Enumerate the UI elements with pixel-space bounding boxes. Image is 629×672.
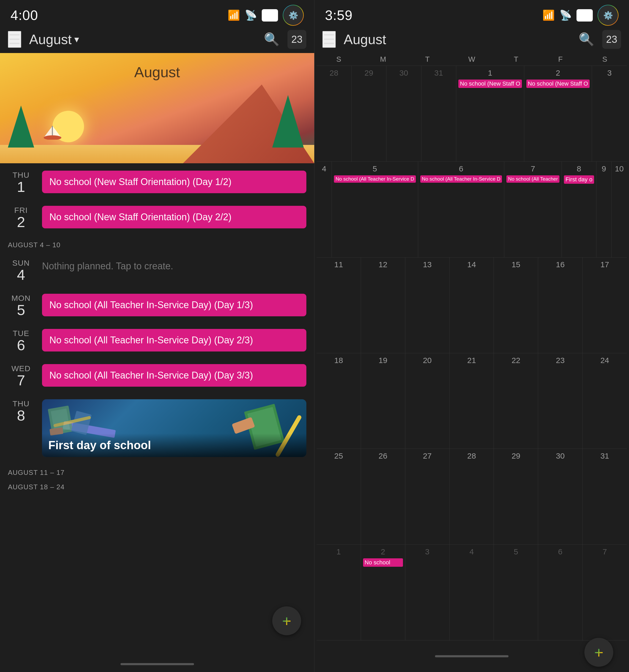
app-icon-inner: ⚙️ [283, 5, 303, 25]
cal-event-aug7: No school (All Teacher [506, 175, 559, 183]
cal-cell-sep1[interactable]: 1 [317, 545, 361, 640]
cal-cell-31[interactable]: 31 [421, 66, 456, 162]
event-image-title: First day of school [48, 439, 151, 452]
cal-cell-aug28[interactable]: 28 [450, 449, 494, 545]
cal-cell-aug27[interactable]: 27 [405, 449, 450, 545]
weekday-sun: S [317, 55, 361, 64]
right-fab-plus-icon: + [594, 643, 603, 662]
menu-button[interactable]: ☰ [8, 31, 21, 48]
cal-cell-aug6[interactable]: 6 No school (All Teacher In-Service D [418, 162, 505, 257]
cal-cell-sep7[interactable]: 7 [583, 545, 627, 640]
cal-cell-aug10[interactable]: 10 [612, 162, 627, 257]
cal-cell-aug30[interactable]: 30 [538, 449, 583, 545]
cal-cell-aug1[interactable]: 1 No school (New Staff O [456, 66, 524, 162]
battery-badge: 97 [262, 9, 278, 22]
weekday-thu: T [494, 55, 538, 64]
event-first-day-school[interactable]: First day of school [42, 399, 306, 457]
cal-cell-aug17[interactable]: 17 [583, 258, 627, 353]
cal-cell-aug7[interactable]: 7 No school (All Teacher [504, 162, 562, 257]
nothing-planned-4[interactable]: Nothing planned. Tap to create. [42, 259, 306, 274]
cal-cell-sep2[interactable]: 2 No school [361, 545, 405, 640]
cal-cell-aug20[interactable]: 20 [405, 353, 450, 449]
cal-cell-aug22[interactable]: 22 [494, 353, 538, 449]
day-events-5: No school (All Teacher In-Service Day) (… [42, 293, 306, 316]
cal-cell-aug19[interactable]: 19 [361, 353, 405, 449]
right-status-bar: 3:59 📶 📡 97 ⚙️ [314, 0, 629, 28]
signal-icon: 📶 [227, 9, 240, 21]
event-no-school-6[interactable]: No school (All Teacher In-Service Day) (… [42, 329, 306, 352]
day-events-4: Nothing planned. Tap to create. [42, 258, 306, 274]
cal-week-5: 25 26 27 28 29 30 31 [317, 449, 627, 545]
cal-event-aug5: No school (All Teacher In-Service D [334, 175, 416, 183]
week-sep-label-3: AUGUST 18 – 24 [8, 483, 65, 491]
right-fab-button[interactable]: + [584, 638, 613, 667]
right-status-icons: 📶 📡 97 ⚙️ [542, 5, 619, 26]
svg-rect-5 [71, 411, 92, 435]
cal-cell-sep3[interactable]: 3 [405, 545, 450, 640]
cal-cell-aug2[interactable]: 2 No school (New Staff O [524, 66, 592, 162]
day-name-tue-6: TUE [13, 329, 29, 338]
cal-cell-aug9[interactable]: 9 [597, 162, 612, 257]
cal-cell-sep6[interactable]: 6 [538, 545, 583, 640]
day-num-2: 2 [17, 215, 25, 230]
right-time: 3:59 [325, 7, 353, 23]
cal-cell-sep5[interactable]: 5 [494, 545, 538, 640]
hero-tree2-decoration [272, 95, 304, 147]
day-block-fri-2: FRI 2 No school (New Staff Orientation) … [0, 198, 314, 234]
cal-cell-30[interactable]: 30 [386, 66, 421, 162]
day-block-mon-5: MON 5 No school (All Teacher In-Service … [0, 286, 314, 321]
day-row-1: THU 1 No school (New Staff Orientation) … [8, 163, 306, 198]
event-no-school-2[interactable]: No school (New Staff Orientation) (Day 2… [42, 206, 306, 229]
search-button[interactable]: 🔍 [264, 32, 280, 47]
day-events-6: No school (All Teacher In-Service Day) (… [42, 328, 306, 352]
cal-cell-29[interactable]: 29 [352, 66, 386, 162]
day-row-8: THU 8 [8, 392, 306, 461]
month-dropdown-button[interactable]: August ▾ [29, 31, 79, 47]
right-menu-button[interactable]: ☰ [322, 31, 336, 48]
cal-cell-aug13[interactable]: 13 [405, 258, 450, 353]
cal-cell-aug31[interactable]: 31 [583, 449, 627, 545]
event-no-school-1[interactable]: No school (New Staff Orientation) (Day 1… [42, 171, 306, 193]
right-top-bar: ☰ August 🔍 23 [314, 28, 629, 53]
event-no-school-7[interactable]: No school (All Teacher In-Service Day) (… [42, 364, 306, 387]
today-date-badge[interactable]: 23 [287, 30, 306, 49]
cal-cell-aug8[interactable]: 8 First day o [562, 162, 597, 257]
day-num-7: 7 [17, 373, 25, 388]
day-name-thu-8: THU [13, 399, 30, 408]
cal-cell-aug24[interactable]: 24 [583, 353, 627, 449]
cal-cell-28[interactable]: 28 [317, 66, 352, 162]
cal-cell-aug11[interactable]: 11 [317, 258, 361, 353]
day-num-8: 8 [17, 408, 25, 423]
cal-event-aug6: No school (All Teacher In-Service D [420, 175, 502, 183]
event-image-overlay: First day of school [42, 433, 306, 457]
cal-week-1: 28 29 30 31 1 No school (New Staff O 2 N… [317, 66, 627, 162]
cal-cell-aug12[interactable]: 12 [361, 258, 405, 353]
wifi-icon: 📡 [245, 9, 257, 21]
left-time: 4:00 [10, 7, 38, 23]
day-events-8: First day of school [42, 398, 306, 457]
day-row-2: FRI 2 No school (New Staff Orientation) … [8, 198, 306, 234]
cal-cell-aug14[interactable]: 14 [450, 258, 494, 353]
fab-button[interactable]: + [272, 606, 301, 635]
cal-cell-aug23[interactable]: 23 [538, 353, 583, 449]
right-today-date-badge[interactable]: 23 [602, 30, 621, 49]
cal-cell-aug5[interactable]: 5 No school (All Teacher In-Service D [332, 162, 418, 257]
cal-cell-aug25[interactable]: 25 [317, 449, 361, 545]
cal-cell-aug15[interactable]: 15 [494, 258, 538, 353]
cal-week-4: 18 19 20 21 22 23 24 [317, 353, 627, 449]
cal-cell-aug4[interactable]: 4 [317, 162, 332, 257]
right-home-bar [435, 655, 508, 657]
cal-cell-aug18[interactable]: 18 [317, 353, 361, 449]
right-search-button[interactable]: 🔍 [579, 32, 594, 47]
top-bar-actions: 🔍 23 [264, 30, 306, 49]
cal-cell-aug21[interactable]: 21 [450, 353, 494, 449]
cal-cell-sep4[interactable]: 4 [450, 545, 494, 640]
cal-cell-aug26[interactable]: 26 [361, 449, 405, 545]
cal-cell-aug29[interactable]: 29 [494, 449, 538, 545]
cal-cell-aug3[interactable]: 3 [592, 66, 627, 162]
event-no-school-5[interactable]: No school (All Teacher In-Service Day) (… [42, 294, 306, 316]
cal-cell-aug16[interactable]: 16 [538, 258, 583, 353]
day-label-5: MON 5 [8, 293, 34, 317]
day-row-4: SUN 4 Nothing planned. Tap to create. [8, 251, 306, 286]
week-sep-aug4-10: AUGUST 4 – 10 [0, 234, 314, 251]
